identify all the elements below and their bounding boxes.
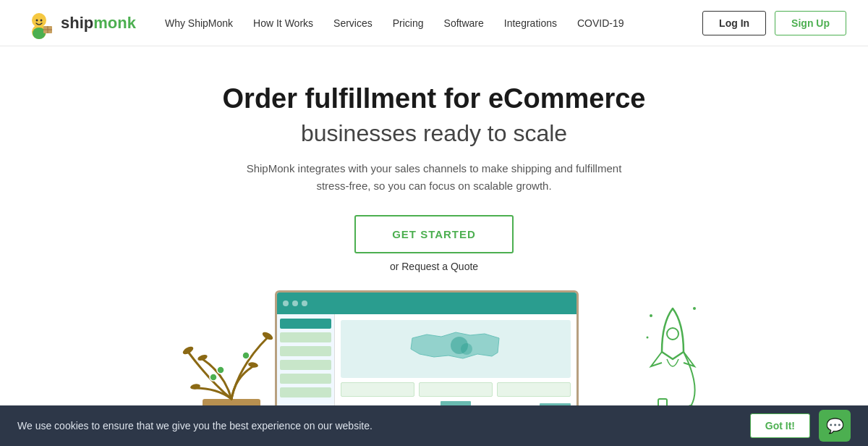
dashboard-stats [341, 382, 571, 397]
svg-point-24 [650, 314, 652, 317]
nav-links: Why ShipMonk How It Works Services Prici… [165, 17, 702, 29]
nav-how-it-works[interactable]: How It Works [253, 17, 313, 29]
svg-point-2 [32, 13, 46, 28]
svg-point-12 [197, 353, 208, 361]
nav-software[interactable]: Software [444, 17, 484, 29]
chat-icon: 💬 [826, 417, 844, 434]
nav-integrations[interactable]: Integrations [504, 17, 557, 29]
nav-covid[interactable]: COVID-19 [577, 17, 624, 29]
nav-buttons: Log In Sign Up [702, 11, 846, 35]
svg-point-18 [242, 352, 250, 359]
hero-description: ShipMonk integrates with your sales chan… [246, 160, 622, 195]
dashboard-header [277, 293, 576, 314]
hero-quote-text: or Request a Quote [390, 261, 478, 272]
svg-point-25 [693, 307, 696, 310]
svg-point-17 [217, 366, 224, 374]
get-started-button[interactable]: GET STARTED [354, 215, 514, 253]
dashboard-map [341, 320, 571, 378]
hero-title: Order fulfillment for eCommerce [223, 83, 646, 116]
svg-point-13 [261, 330, 274, 341]
cookie-actions: Got It! 💬 [750, 410, 851, 442]
signup-button[interactable]: Sign Up [775, 11, 846, 35]
hero-subtitle: businesses ready to scale [301, 120, 567, 147]
svg-point-20 [461, 343, 472, 355]
svg-point-3 [36, 19, 38, 21]
chat-button[interactable]: 💬 [819, 410, 851, 442]
svg-point-21 [667, 328, 678, 340]
cookie-message: We use cookies to ensure that we give yo… [17, 420, 373, 432]
svg-point-16 [210, 374, 217, 381]
nav-pricing[interactable]: Pricing [393, 17, 424, 29]
nav-why-shipmonk[interactable]: Why ShipMonk [165, 17, 233, 29]
logo-icon [22, 6, 56, 41]
cookie-banner: We use cookies to ensure that we give yo… [0, 405, 868, 446]
logo-text: shipmonk [61, 14, 136, 33]
svg-point-26 [647, 336, 649, 338]
svg-point-14 [247, 361, 258, 368]
logo[interactable]: shipmonk [22, 6, 136, 41]
nav-services[interactable]: Services [333, 17, 373, 29]
hero-section: Order fulfillment for eCommerce business… [0, 46, 868, 432]
svg-point-11 [182, 345, 195, 355]
login-button[interactable]: Log In [702, 11, 766, 35]
got-it-button[interactable]: Got It! [750, 413, 810, 438]
svg-point-4 [41, 19, 43, 21]
navbar: shipmonk Why ShipMonk How It Works Servi… [0, 0, 868, 46]
